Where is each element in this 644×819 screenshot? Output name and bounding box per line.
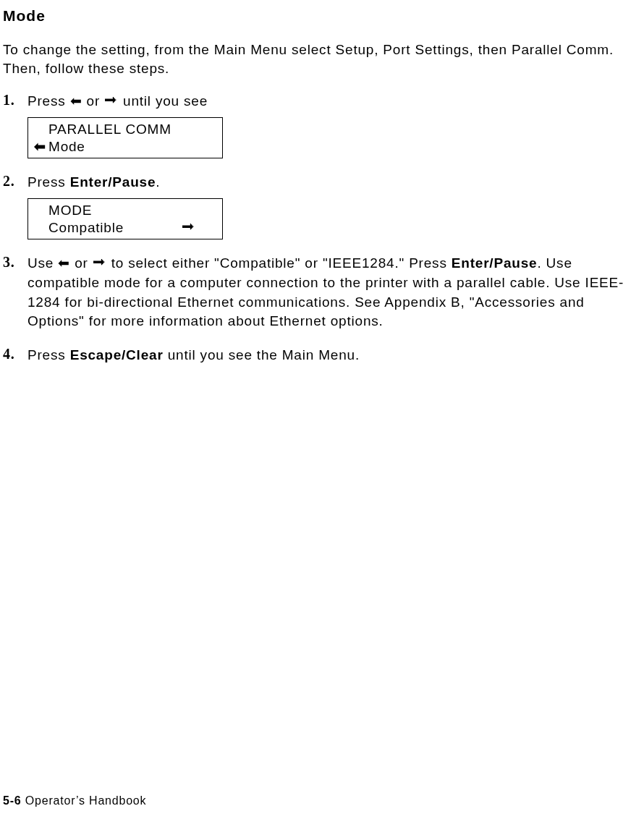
step-number: 4. xyxy=(3,346,27,362)
arrow-left-icon: ⬅ xyxy=(58,255,70,271)
bold-key: Enter/Pause xyxy=(452,255,538,271)
step-1: 1. Press ⬅ or ⮕ until you see ⬅ PARALLEL… xyxy=(3,92,632,158)
step-number: 3. xyxy=(3,254,27,271)
lcd-display: ⬅ PARALLEL COMM Mode xyxy=(27,117,223,159)
step-number: 1. xyxy=(3,92,27,109)
display-line-2: Mode xyxy=(48,138,216,156)
text-segment: or xyxy=(82,93,104,109)
bold-key: Escape/Clear xyxy=(70,347,164,362)
step-number: 2. xyxy=(3,173,27,190)
text-segment: Press xyxy=(27,93,70,109)
page-footer: 5-6 Operator’s Handbook xyxy=(3,794,146,807)
section-heading: Mode xyxy=(3,7,632,25)
footer-title: Operator’s Handbook xyxy=(22,794,147,807)
text-segment: . xyxy=(156,174,160,190)
text-segment: Press xyxy=(27,174,70,190)
step-text: Press ⬅ or ⮕ until you see xyxy=(27,92,632,111)
arrow-right-icon: ⮕ xyxy=(93,255,107,271)
text-segment: Use xyxy=(27,255,58,271)
step-text: Press Escape/Clear until you see the Mai… xyxy=(27,346,632,365)
intro-paragraph: To change the setting, from the Main Men… xyxy=(3,41,632,77)
step-text: Use ⬅ or ⮕ to select either "Compatible"… xyxy=(27,254,632,331)
display-line-1: MODE xyxy=(48,202,216,219)
lcd-display: MODE Compatible ⮕ xyxy=(27,198,223,240)
text-segment: to select either "Compatible" or "IEEE12… xyxy=(107,255,452,271)
display-line-1: PARALLEL COMM xyxy=(48,121,216,138)
display-right-arrow-icon: ⮕ xyxy=(182,219,196,237)
page-number: 5-6 xyxy=(3,794,22,807)
arrow-right-icon: ⮕ xyxy=(104,93,119,109)
text-segment: until you see the Main Menu. xyxy=(164,347,360,362)
text-segment: or xyxy=(70,255,93,271)
text-segment: until you see xyxy=(119,93,208,109)
bold-key: Enter/Pause xyxy=(70,174,156,190)
text-segment: Press xyxy=(27,347,70,362)
arrow-left-icon: ⬅ xyxy=(70,93,82,109)
step-4: 4. Press Escape/Clear until you see the … xyxy=(3,346,632,365)
step-3: 3. Use ⬅ or ⮕ to select either "Compatib… xyxy=(3,254,632,331)
step-2: 2. Press Enter/Pause. MODE Compatible ⮕ xyxy=(3,173,632,239)
steps-list: 1. Press ⬅ or ⮕ until you see ⬅ PARALLEL… xyxy=(3,92,632,365)
display-line-2: Compatible xyxy=(48,219,124,237)
step-text: Press Enter/Pause. xyxy=(27,173,632,192)
display-left-arrow-icon: ⬅ xyxy=(34,139,48,156)
